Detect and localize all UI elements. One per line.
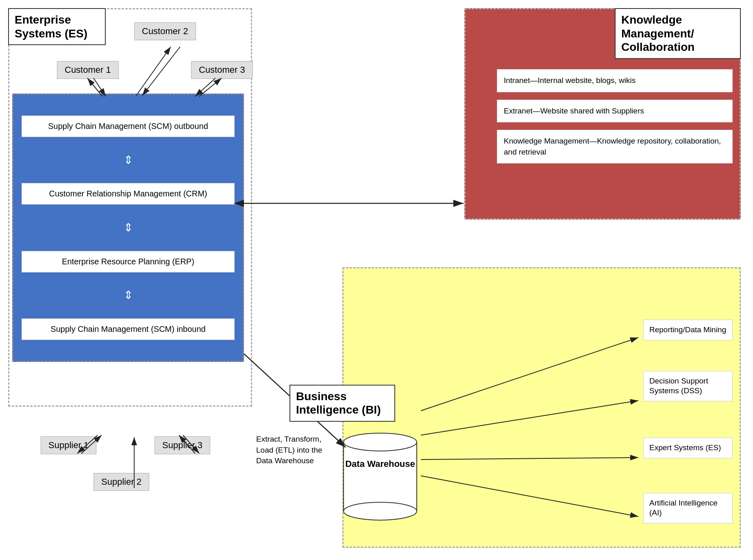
km-items-area: Intranet—Internal website, blogs, wikis … xyxy=(497,69,733,163)
bi-title-box: Business Intelligence (BI) xyxy=(289,385,395,422)
supplier-2-box: Supplier 2 xyxy=(94,473,149,491)
reporting-box: Reporting/Data Mining xyxy=(643,320,733,340)
km-title: Knowledge Management/ Collaboration xyxy=(621,13,694,53)
data-warehouse-cylinder: Data Warehouse xyxy=(342,426,419,523)
es-blue-box: Supply Chain Management (SCM) outbound ⇕… xyxy=(12,94,244,362)
svg-point-1 xyxy=(344,502,417,520)
svg-rect-0 xyxy=(344,442,417,511)
es-title: Enterprise Systems (ES) xyxy=(15,13,87,40)
arrow-erp-scm-in: ⇕ xyxy=(124,290,133,301)
customer-2-box: Customer 2 xyxy=(134,22,196,40)
arrow-crm-erp: ⇕ xyxy=(124,222,133,233)
dss-box: Decision Support Systems (DSS) xyxy=(643,371,733,401)
bi-title: Business Intelligence (BI) xyxy=(296,390,381,416)
erp-box: Enterprise Resource Planning (ERP) xyxy=(22,251,235,272)
dw-label: Data Warehouse xyxy=(345,459,415,469)
supplier-1-box: Supplier 1 xyxy=(41,436,96,454)
scm-outbound-box: Supply Chain Management (SCM) outbound xyxy=(22,115,235,137)
diagram-container: Enterprise Systems (ES) Customer 2 Custo… xyxy=(0,0,753,560)
intranet-box: Intranet—Internal website, blogs, wikis xyxy=(497,69,733,92)
extranet-box: Extranet—Website shared with Suppliers xyxy=(497,100,733,123)
arrow-scm-out-crm: ⇕ xyxy=(124,155,133,166)
supplier-3-box: Supplier 3 xyxy=(155,436,210,454)
km-title-box: Knowledge Management/ Collaboration xyxy=(615,8,741,59)
customer-3-box: Customer 3 xyxy=(191,61,253,79)
es-item-box: Expert Systems (ES) xyxy=(643,438,733,458)
svg-point-2 xyxy=(344,433,417,451)
scm-inbound-box: Supply Chain Management (SCM) inbound xyxy=(22,318,235,340)
es-title-box: Enterprise Systems (ES) xyxy=(8,8,106,45)
crm-box: Customer Relationship Management (CRM) xyxy=(22,183,235,205)
customer-1-box: Customer 1 xyxy=(57,61,119,79)
km-item-box: Knowledge Management—Knowledge repositor… xyxy=(497,130,733,163)
etl-label: Extract, Transform, Load (ETL) into the … xyxy=(256,434,337,466)
ai-box: Artificial Intelligence (AI) xyxy=(643,493,733,523)
